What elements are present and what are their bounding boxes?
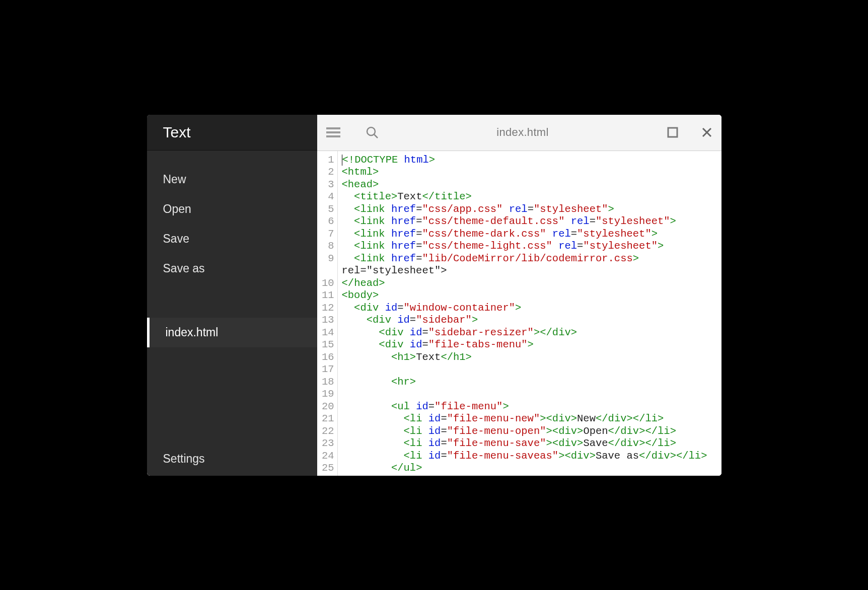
close-icon[interactable] [701,127,712,138]
code-editor[interactable]: 123456789 101112131415161718192021222324… [317,151,721,476]
svg-rect-2 [326,135,340,137]
app-window: Text New Open Save Save as index.html Se… [147,115,721,476]
line-gutter: 123456789 101112131415161718192021222324… [317,151,338,476]
editor-area: index.html 123456789 1011121314151617181… [317,115,721,476]
app-title: Text [147,115,317,151]
svg-rect-5 [668,128,677,137]
menu-save[interactable]: Save [147,224,317,254]
toolbar: index.html [317,115,721,151]
maximize-icon[interactable] [667,127,678,138]
file-tab-active[interactable]: index.html [147,318,317,347]
menu-open[interactable]: Open [147,194,317,224]
sidebar: Text New Open Save Save as index.html Se… [147,115,317,476]
menu-settings[interactable]: Settings [147,444,317,476]
svg-line-4 [374,134,378,138]
file-menu: New Open Save Save as [147,151,317,293]
menu-saveas[interactable]: Save as [147,254,317,283]
svg-rect-0 [326,127,340,129]
current-filename: index.html [404,126,642,139]
svg-rect-1 [326,131,340,133]
menu-new[interactable]: New [147,165,317,194]
search-icon[interactable] [366,126,379,139]
svg-point-3 [367,127,375,135]
code-content[interactable]: <!DOCTYPE html><html><head> <title>Text<… [338,151,711,476]
menu-icon[interactable] [326,127,340,137]
file-tabs: index.html [147,293,317,444]
